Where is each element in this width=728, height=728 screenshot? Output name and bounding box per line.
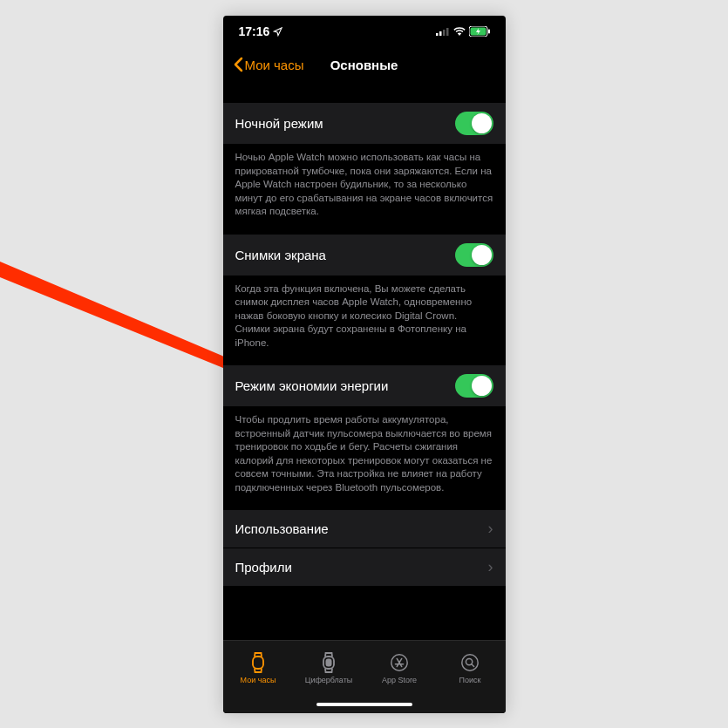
back-button[interactable]: Мои часы [234,57,304,72]
setting-footer: Когда эта функция включена, Вы можете сд… [223,276,506,366]
status-time: 17:16 [239,24,270,38]
svg-rect-1 [439,31,442,36]
setting-screenshots[interactable]: Снимки экрана [223,235,506,276]
watch-face-icon [318,652,339,673]
tab-search[interactable]: Поиск [435,641,506,696]
setting-profiles[interactable]: Профили › [223,548,506,587]
setting-label: Профили [235,560,292,575]
tab-label: Циферблаты [305,676,353,684]
chevron-right-icon: › [488,558,493,576]
cellular-icon [436,27,450,36]
home-indicator[interactable] [223,696,506,713]
setting-power-saving[interactable]: Режим экономии энергии [223,365,506,407]
setting-footer: Чтобы продлить время работы аккумулятора… [223,407,506,510]
setting-usage[interactable]: Использование › [223,510,506,548]
tab-my-watch[interactable]: Мои часы [223,641,294,696]
setting-label: Режим экономии энергии [235,378,389,393]
chevron-right-icon: › [488,520,493,538]
nav-bar: Мои часы Основные [223,47,506,82]
setting-night-mode[interactable]: Ночной режим [223,103,506,145]
setting-label: Снимки экрана [235,248,326,262]
svg-rect-9 [326,659,332,667]
svg-rect-3 [446,28,449,36]
phone-frame: 17:16 [223,16,506,713]
settings-list[interactable]: Ночной режим Ночью Apple Watch можно исп… [223,82,506,640]
svg-rect-2 [443,30,446,36]
tab-label: App Store [382,676,417,684]
watch-icon [248,652,269,673]
toggle-switch[interactable] [455,374,493,398]
status-bar: 17:16 [223,16,506,47]
tab-label: Поиск [459,676,481,684]
app-store-icon [389,652,410,673]
setting-label: Использование [235,521,329,536]
tab-app-store[interactable]: App Store [364,641,435,696]
chevron-left-icon [234,57,243,72]
back-label: Мои часы [245,58,304,72]
svg-rect-7 [253,657,263,669]
svg-point-11 [462,655,478,670]
setting-label: Ночной режим [235,116,323,131]
nav-title: Основные [330,58,398,72]
wifi-icon [453,27,466,36]
svg-rect-6 [488,30,490,34]
toggle-switch[interactable] [455,112,493,135]
tab-faces[interactable]: Циферблаты [294,641,364,696]
search-icon [459,652,480,673]
tab-label: Мои часы [241,676,276,684]
svg-rect-0 [436,33,439,36]
toggle-switch[interactable] [455,243,493,267]
setting-footer: Ночью Apple Watch можно использовать как… [223,145,506,235]
tab-bar: Мои часы Циферблаты App Store [223,640,506,696]
location-icon [273,27,282,37]
battery-icon [469,26,490,37]
